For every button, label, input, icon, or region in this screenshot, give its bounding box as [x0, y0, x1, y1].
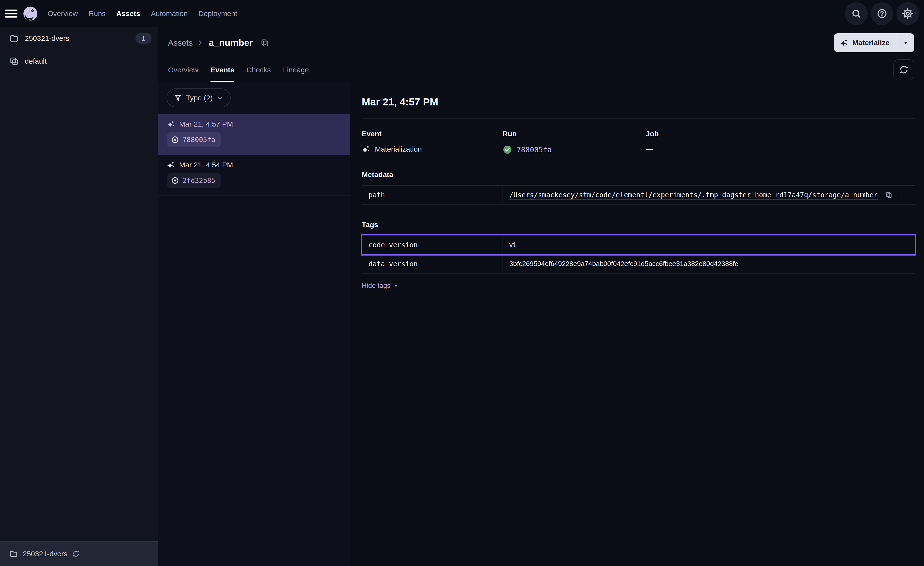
divider: [362, 118, 915, 119]
event-list-item[interactable]: Mar 21, 4:54 PM 2fd32b85: [158, 155, 350, 196]
check-circle-icon: [502, 145, 512, 155]
search-icon: [851, 8, 862, 19]
materialize-button[interactable]: Materialize: [834, 33, 897, 52]
tab-lineage[interactable]: Lineage: [283, 58, 309, 81]
tab-events[interactable]: Events: [210, 58, 234, 81]
asset-group-icon: [9, 56, 19, 66]
tags-table: code_version v1 data_version 3bfc269594e…: [362, 235, 915, 274]
asset-tabs: Overview Events Checks Lineage: [158, 58, 924, 82]
tag-key: code_version: [362, 236, 503, 254]
hide-tags-link[interactable]: Hide tags: [362, 282, 399, 289]
materialize-label: Materialize: [852, 39, 890, 47]
sidebar: 250321-dvers 1 default 250321-dvers: [0, 27, 158, 566]
run-id-link[interactable]: 788005fa: [517, 146, 552, 154]
top-nav: Overview Runs Assets Automation Deployme…: [0, 0, 924, 27]
caret-down-icon: [902, 39, 909, 46]
event-summary-row: Event Materialization Run 788005fa: [362, 130, 915, 155]
table-action-cell: [899, 185, 915, 204]
page-title: a_number: [209, 38, 253, 48]
copy-icon: [885, 191, 892, 199]
project-name: 250321-dvers: [25, 34, 69, 42]
table-row: path /Users/smackesey/stm/code/elementl/…: [362, 185, 915, 204]
settings-button[interactable]: [896, 2, 919, 25]
folder-icon: [9, 33, 19, 43]
run-id: 2fd32b85: [183, 177, 215, 185]
tab-checks[interactable]: Checks: [246, 58, 271, 81]
funnel-icon: [174, 94, 182, 102]
breadcrumb-assets-link[interactable]: Assets: [168, 38, 193, 48]
project-count-badge: 1: [135, 33, 152, 44]
help-button[interactable]: [871, 2, 893, 25]
copy-path-button[interactable]: [885, 191, 892, 199]
tag-key: data_version: [362, 254, 503, 273]
run-badge[interactable]: 788005fa: [167, 132, 221, 147]
page-header: Assets a_number Materialize: [158, 27, 924, 58]
events-list-pane: Type (2) Mar 21, 4:57 PM 788005fa: [158, 82, 350, 566]
run-circle-icon: [171, 135, 179, 144]
code-location-name: 250321-dvers: [23, 550, 67, 558]
tags-heading: Tags: [362, 221, 915, 229]
run-badge[interactable]: 2fd32b85: [167, 173, 221, 188]
hide-tags-label: Hide tags: [362, 282, 390, 289]
event-type: Materialization: [375, 145, 422, 153]
copy-asset-name-button[interactable]: [260, 38, 270, 47]
metadata-key: path: [362, 185, 503, 204]
sync-icon[interactable]: [72, 550, 80, 558]
table-row-code-version: code_version v1: [362, 236, 915, 254]
type-filter-label: Type (2): [186, 94, 213, 102]
sidebar-footer-code-location[interactable]: 250321-dvers: [0, 541, 158, 566]
metadata-path-link[interactable]: /Users/smackesey/stm/code/elementl/exper…: [509, 191, 878, 199]
nav-item-automation[interactable]: Automation: [151, 9, 188, 18]
run-column-header: Run: [502, 130, 646, 138]
hamburger-menu-icon: [4, 7, 18, 20]
nav-actions: [845, 2, 919, 25]
table-row-data-version: data_version 3bfc269594ef649228e9a74bab0…: [362, 254, 915, 273]
caret-up-icon: [393, 283, 399, 288]
help-icon: [877, 8, 887, 19]
folder-icon: [9, 549, 18, 558]
breadcrumb: Assets a_number: [168, 38, 270, 48]
copy-icon: [260, 38, 270, 47]
chevron-right-icon: [196, 39, 204, 47]
nav-item-deployment[interactable]: Deployment: [198, 9, 237, 18]
sparkle-icon: [362, 145, 370, 154]
tag-value: 3bfc269594ef649228e9a74bab00f042efc91d5a…: [503, 254, 915, 273]
tab-overview[interactable]: Overview: [168, 58, 198, 81]
dagster-logo[interactable]: [22, 6, 38, 22]
tag-value: v1: [503, 236, 915, 254]
sidebar-item-default-group[interactable]: default: [0, 50, 158, 72]
group-name: default: [25, 57, 46, 65]
search-button[interactable]: [845, 2, 868, 25]
sparkle-icon: [167, 120, 175, 128]
metadata-table: path /Users/smackesey/stm/code/elementl/…: [362, 185, 915, 205]
event-detail-title: Mar 21, 4:57 PM: [362, 96, 915, 108]
type-filter-button[interactable]: Type (2): [166, 89, 231, 107]
nav-item-assets[interactable]: Assets: [116, 9, 140, 18]
sparkle-icon: [167, 161, 175, 169]
sync-icon: [899, 65, 909, 75]
sparkle-icon: [840, 39, 849, 47]
sidebar-item-project[interactable]: 250321-dvers 1: [0, 27, 158, 50]
materialize-dropdown-button[interactable]: [897, 33, 914, 52]
chevron-down-icon: [216, 95, 224, 101]
menu-button[interactable]: [0, 0, 22, 27]
job-value: —: [646, 145, 653, 153]
job-column-header: Job: [646, 130, 915, 138]
run-id: 788005fa: [183, 136, 215, 144]
event-timestamp: Mar 21, 4:57 PM: [179, 120, 233, 128]
nav-item-overview[interactable]: Overview: [48, 9, 78, 18]
event-list: Mar 21, 4:57 PM 788005fa Mar 21, 4:54 PM: [158, 114, 350, 196]
nav-item-runs[interactable]: Runs: [88, 9, 106, 18]
metadata-heading: Metadata: [362, 170, 915, 179]
refresh-button[interactable]: [893, 59, 914, 80]
event-detail-pane: Mar 21, 4:57 PM Event Materialization Ru…: [350, 82, 924, 566]
event-list-item[interactable]: Mar 21, 4:57 PM 788005fa: [158, 114, 350, 155]
event-timestamp: Mar 21, 4:54 PM: [179, 161, 233, 169]
run-circle-icon: [171, 176, 179, 185]
event-column-header: Event: [362, 130, 502, 138]
main-content: Assets a_number Materialize Overview Eve…: [158, 27, 924, 566]
materialize-split-button: Materialize: [834, 33, 914, 52]
main-nav: Overview Runs Assets Automation Deployme…: [48, 9, 237, 18]
gear-icon: [902, 8, 914, 19]
